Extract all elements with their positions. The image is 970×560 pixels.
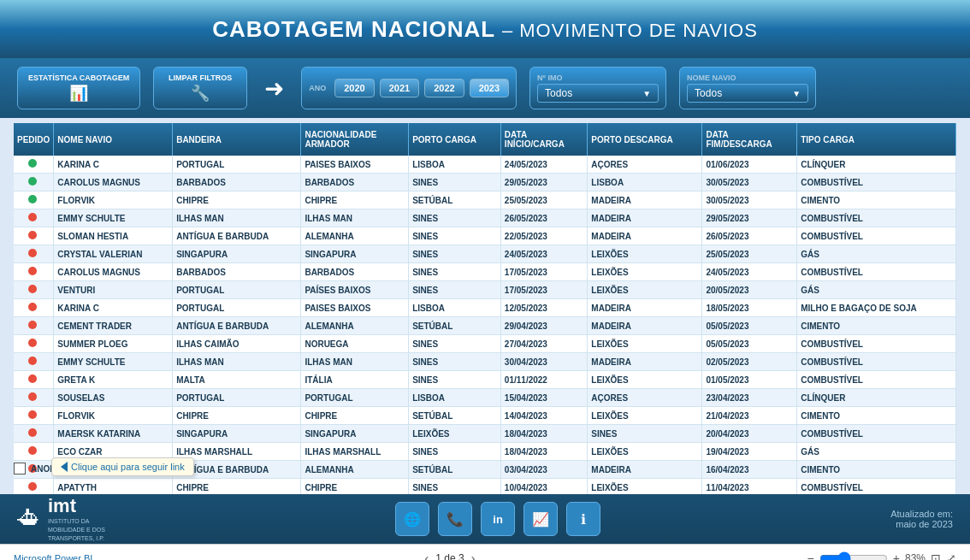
col-data-inicio: DATAINÍCIO/CARGA (500, 123, 587, 156)
bandeira-cell: ILHAS CAIMÃO (173, 335, 301, 353)
globe-icon-btn[interactable]: 🌐 (395, 502, 429, 536)
col-pedido: PEDIDO (14, 123, 54, 156)
porto-carga-cell: SINES (409, 371, 501, 389)
expand-icon[interactable]: ⤢ (946, 551, 956, 561)
porto-desc-cell: MADEIRA (588, 299, 702, 317)
porto-desc-cell: MADEIRA (588, 317, 702, 335)
year-2023[interactable]: 2023 (470, 79, 509, 97)
tipo-carga-cell: COMBUSTÍVEL (797, 209, 956, 227)
nac-cell: ILHAS MARSHALL (301, 443, 409, 461)
estatistica-button[interactable]: ESTATÍSTICA CABOTAGEM 📊 (17, 67, 140, 109)
nome-navio-cell: CEMENT TRADER (54, 317, 173, 335)
estatistica-label: ESTATÍSTICA CABOTAGEM (28, 74, 129, 82)
year-2021[interactable]: 2021 (380, 79, 419, 97)
data-fim-cell: 05/05/2023 (702, 335, 797, 353)
col-bandeira: BANDEIRA (173, 123, 301, 156)
status-dot (28, 392, 37, 401)
chart-icon-btn[interactable]: 📈 (523, 502, 558, 536)
bandeira-cell: BARBADOS (173, 263, 301, 281)
nome-navio-cell: APATYTH (54, 479, 173, 495)
data-fim-cell: 25/05/2023 (702, 245, 797, 263)
nome-navio-cell: FLORVIK (54, 407, 173, 425)
porto-carga-cell: SINES (409, 245, 501, 263)
chart-icon: 📊 (69, 84, 88, 103)
data-fim-cell: 30/05/2023 (702, 174, 797, 192)
data-fim-cell: 21/04/2023 (702, 407, 797, 425)
nimo-select[interactable]: Todos ▼ (537, 84, 659, 103)
status-dot (28, 374, 37, 383)
next-page-btn[interactable]: › (471, 551, 476, 561)
tipo-carga-cell: COMBUSTÍVEL (797, 479, 956, 495)
nome-navio-cell: KARINA C (54, 299, 173, 317)
footer-logo: ⛴ imt INSTITUTO DAMOBILIDADE E DOSTRANSP… (17, 495, 105, 542)
status-cell (14, 227, 54, 245)
phone-icon-btn[interactable]: 📞 (438, 502, 472, 536)
zoom-out-btn[interactable]: − (807, 551, 814, 561)
porto-desc-cell: SINES (588, 425, 702, 443)
status-cell (14, 299, 54, 317)
powerbi-link[interactable]: Microsoft Power BI (14, 553, 92, 561)
page-total: 3 (458, 552, 464, 561)
data-inicio-cell: 25/05/2023 (500, 192, 587, 209)
limpar-filtros-button[interactable]: LIMPAR FILTROS 🔧 (153, 67, 247, 109)
porto-desc-cell: MADEIRA (588, 209, 702, 227)
zoom-bar: − + 83% ⊡ ⤢ (807, 551, 956, 561)
col-tipo-carga: TIPO CARGA (797, 123, 956, 156)
data-inicio-cell: 18/04/2023 (500, 443, 587, 461)
status-cell (14, 263, 54, 281)
update-date: maio de 2023 (890, 519, 953, 529)
nac-cell: ILHAS MAN (301, 209, 409, 227)
bottom-bar: Microsoft Power BI ‹ 1 de 3 › − + 83% ⊡ … (0, 544, 970, 560)
tooltip-bar: Clique aqui para seguir link (51, 457, 194, 476)
porto-carga-cell: SINES (409, 335, 501, 353)
data-fim-cell: 05/05/2023 (702, 317, 797, 335)
zoom-in-btn[interactable]: + (893, 551, 900, 561)
porto-desc-cell: MADEIRA (588, 227, 702, 245)
table-row: SOUSELAS PORTUGAL PORTUGAL LISBOA 15/04/… (14, 389, 956, 407)
bandeira-cell: ANTÍGUA E BARBUDA (173, 227, 301, 245)
data-inicio-cell: 03/04/2023 (500, 461, 587, 479)
table-row: CAROLUS MAGNUS BARBADOS BARBADOS SINES 1… (14, 263, 956, 281)
year-2022[interactable]: 2022 (424, 79, 464, 97)
col-porto-desc: PORTO DESCARGA (588, 123, 702, 156)
col-nome-navio: NOME NAVIO (54, 123, 173, 156)
linkedin-icon-btn[interactable]: in (481, 502, 515, 536)
porto-desc-cell: LISBOA (588, 174, 702, 192)
data-inicio-cell: 27/04/2023 (500, 335, 587, 353)
table-row: VENTURI PORTUGAL PAÍSES BAIXOS SINES 17/… (14, 281, 956, 299)
anominado-checkbox[interactable] (14, 463, 26, 475)
year-2020[interactable]: 2020 (334, 79, 374, 97)
table-row: CEMENT TRADER ANTÍGUA E BARBUDA ALEMANHA… (14, 317, 956, 335)
status-dot (28, 321, 37, 329)
status-dot (28, 231, 37, 239)
data-inicio-cell: 01/11/2022 (500, 371, 587, 389)
porto-carga-cell: SINES (409, 443, 501, 461)
nome-navio-cell: SLOMAN HESTIA (54, 227, 173, 245)
table-row: FLORVIK CHIPRE CHIPRE SETÚBAL 14/04/2023… (14, 407, 956, 425)
col-nac-armador: NACIONALIDADEARMADOR (301, 123, 409, 156)
nome-navio-cell: EMMY SCHULTE (54, 209, 173, 227)
tipo-carga-cell: CIMENTO (797, 317, 956, 335)
porto-carga-cell: SINES (409, 227, 501, 245)
nome-navio-select[interactable]: Todos ▼ (687, 84, 808, 103)
footer-icons: 🌐 📞 in 📈 ℹ (395, 502, 600, 536)
title-main: CABOTAGEM NACIONAL (212, 16, 494, 42)
update-label: Atualizado em: (890, 509, 953, 519)
tipo-carga-cell: CIMENTO (797, 192, 956, 209)
table-header-row: PEDIDO NOME NAVIO BANDEIRA NACIONALIDADE… (14, 123, 956, 156)
status-cell (14, 156, 54, 174)
data-inicio-cell: 22/05/2023 (500, 227, 587, 245)
status-dot (28, 357, 37, 365)
pagination: ‹ 1 de 3 › (425, 551, 476, 561)
porto-desc-cell: LEIXÕES (588, 479, 702, 495)
zoom-slider[interactable] (819, 551, 888, 561)
zoom-value: 83% (905, 552, 926, 561)
porto-carga-cell: LISBOA (409, 389, 501, 407)
porto-desc-cell: LEIXÕES (588, 281, 702, 299)
prev-page-btn[interactable]: ‹ (425, 551, 429, 561)
tooltip-arrow-icon (61, 462, 68, 472)
fit-page-icon[interactable]: ⊡ (931, 551, 941, 561)
info-icon-btn[interactable]: ℹ (566, 502, 600, 536)
bandeira-cell: ILHAS MAN (173, 353, 301, 371)
footer-update: Atualizado em: maio de 2023 (890, 509, 953, 529)
